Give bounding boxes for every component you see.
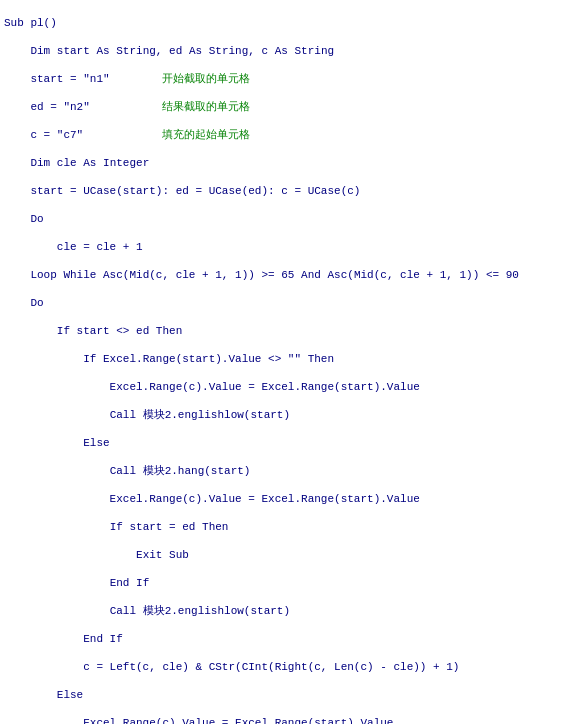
code-line-2: Dim start As String, ed As String, c As …	[4, 44, 561, 58]
code-line-13: If Excel.Range(start).Value <> "" Then	[4, 352, 561, 366]
code-line-16: Else	[4, 436, 561, 450]
code-line-26: Excel.Range(c).Value = Excel.Range(start…	[4, 716, 561, 724]
code-line-22: Call 模块2.englishlow(start)	[4, 604, 561, 618]
code-line-25: Else	[4, 688, 561, 702]
code-line-14: Excel.Range(c).Value = Excel.Range(start…	[4, 380, 561, 394]
code-line-21: End If	[4, 576, 561, 590]
code-line-19: If start = ed Then	[4, 520, 561, 534]
code-line-8: Do	[4, 212, 561, 226]
code-line-23: End If	[4, 632, 561, 646]
code-editor: Sub pl() Dim start As String, ed As Stri…	[0, 0, 565, 724]
code-line-4: ed = "n2" 结果截取的单元格	[4, 100, 561, 114]
code-line-3: start = "n1" 开始截取的单元格	[4, 72, 561, 86]
code-line-24: c = Left(c, cle) & CStr(CInt(Right(c, Le…	[4, 660, 561, 674]
code-line-11: Do	[4, 296, 561, 310]
code-line-1: Sub pl()	[4, 16, 561, 30]
code-line-12: If start <> ed Then	[4, 324, 561, 338]
code-line-5: c = "c7" 填充的起始单元格	[4, 128, 561, 142]
code-line-9: cle = cle + 1	[4, 240, 561, 254]
code-line-20: Exit Sub	[4, 548, 561, 562]
code-line-18: Excel.Range(c).Value = Excel.Range(start…	[4, 492, 561, 506]
code-line-10: Loop While Asc(Mid(c, cle + 1, 1)) >= 65…	[4, 268, 561, 282]
code-line-17: Call 模块2.hang(start)	[4, 464, 561, 478]
code-line-6: Dim cle As Integer	[4, 156, 561, 170]
code-line-15: Call 模块2.englishlow(start)	[4, 408, 561, 422]
code-line-7: start = UCase(start): ed = UCase(ed): c …	[4, 184, 561, 198]
